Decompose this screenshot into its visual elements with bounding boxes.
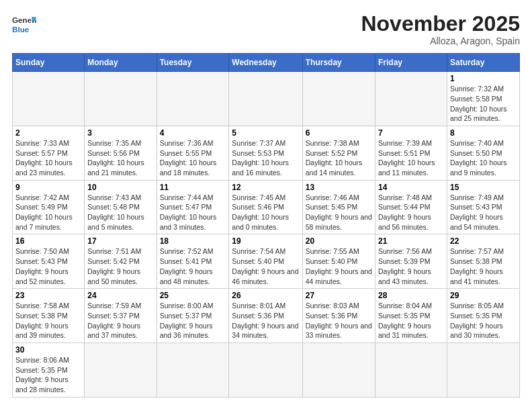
generalblue-icon: General Blue <box>12 12 36 36</box>
day-info: Sunrise: 7:50 AM Sunset: 5:43 PM Dayligh… <box>15 246 81 286</box>
calendar-cell: 30Sunrise: 8:06 AM Sunset: 5:35 PM Dayli… <box>13 342 85 397</box>
calendar-cell <box>229 72 302 126</box>
calendar-cell: 3Sunrise: 7:35 AM Sunset: 5:56 PM Daylig… <box>85 126 157 180</box>
day-number: 22 <box>450 236 517 246</box>
day-number: 15 <box>450 183 517 192</box>
day-number: 14 <box>378 183 444 192</box>
col-tuesday: Tuesday <box>157 54 229 72</box>
calendar-cell: 10Sunrise: 7:43 AM Sunset: 5:48 PM Dayli… <box>85 180 157 234</box>
day-info: Sunrise: 7:36 AM Sunset: 5:55 PM Dayligh… <box>160 138 226 178</box>
calendar-week-row: 30Sunrise: 8:06 AM Sunset: 5:35 PM Dayli… <box>13 342 520 397</box>
day-number: 20 <box>306 236 372 246</box>
day-number: 18 <box>160 236 226 246</box>
day-info: Sunrise: 7:33 AM Sunset: 5:57 PM Dayligh… <box>15 138 81 178</box>
calendar-subtitle: Alloza, Aragon, Spain <box>361 36 520 46</box>
day-number: 27 <box>306 291 372 300</box>
calendar-cell <box>375 342 447 397</box>
day-info: Sunrise: 7:51 AM Sunset: 5:42 PM Dayligh… <box>87 246 153 286</box>
day-number: 12 <box>232 183 299 192</box>
day-number: 1 <box>450 74 517 83</box>
day-number: 24 <box>87 291 153 300</box>
calendar-cell <box>157 342 229 397</box>
calendar-cell: 17Sunrise: 7:51 AM Sunset: 5:42 PM Dayli… <box>85 234 157 289</box>
day-number: 28 <box>378 291 444 300</box>
calendar-cell: 28Sunrise: 8:04 AM Sunset: 5:35 PM Dayli… <box>375 289 447 343</box>
day-number: 8 <box>450 128 517 138</box>
calendar-table: Sunday Monday Tuesday Wednesday Thursday… <box>12 53 520 398</box>
day-info: Sunrise: 8:03 AM Sunset: 5:36 PM Dayligh… <box>306 301 372 340</box>
day-info: Sunrise: 7:40 AM Sunset: 5:50 PM Dayligh… <box>450 138 517 178</box>
day-info: Sunrise: 7:37 AM Sunset: 5:53 PM Dayligh… <box>232 138 299 178</box>
col-wednesday: Wednesday <box>229 54 302 72</box>
calendar-cell <box>13 72 85 126</box>
day-info: Sunrise: 8:04 AM Sunset: 5:35 PM Dayligh… <box>378 301 444 340</box>
header: General Blue November 2025 Alloza, Arago… <box>12 12 520 46</box>
calendar-cell: 14Sunrise: 7:48 AM Sunset: 5:44 PM Dayli… <box>375 180 447 234</box>
day-number: 29 <box>450 291 517 300</box>
day-info: Sunrise: 7:39 AM Sunset: 5:51 PM Dayligh… <box>378 138 444 178</box>
calendar-week-row: 1Sunrise: 7:32 AM Sunset: 5:58 PM Daylig… <box>13 72 520 126</box>
day-info: Sunrise: 8:01 AM Sunset: 5:36 PM Dayligh… <box>232 301 299 340</box>
day-info: Sunrise: 7:49 AM Sunset: 5:43 PM Dayligh… <box>450 193 517 232</box>
day-info: Sunrise: 7:43 AM Sunset: 5:48 PM Dayligh… <box>87 193 153 232</box>
calendar-cell <box>447 342 519 397</box>
calendar-header-row: Sunday Monday Tuesday Wednesday Thursday… <box>13 54 520 72</box>
calendar-cell: 2Sunrise: 7:33 AM Sunset: 5:57 PM Daylig… <box>13 126 85 180</box>
day-info: Sunrise: 7:59 AM Sunset: 5:37 PM Dayligh… <box>87 301 153 340</box>
calendar-cell: 8Sunrise: 7:40 AM Sunset: 5:50 PM Daylig… <box>447 126 519 180</box>
logo: General Blue <box>12 12 36 36</box>
calendar-cell <box>229 342 302 397</box>
calendar-cell: 4Sunrise: 7:36 AM Sunset: 5:55 PM Daylig… <box>157 126 229 180</box>
col-saturday: Saturday <box>447 54 519 72</box>
calendar-title: November 2025 <box>361 12 520 36</box>
calendar-cell: 12Sunrise: 7:45 AM Sunset: 5:46 PM Dayli… <box>229 180 302 234</box>
day-info: Sunrise: 7:45 AM Sunset: 5:46 PM Dayligh… <box>232 193 299 232</box>
day-info: Sunrise: 7:46 AM Sunset: 5:45 PM Dayligh… <box>306 193 372 232</box>
day-number: 19 <box>232 236 299 246</box>
calendar-cell: 7Sunrise: 7:39 AM Sunset: 5:51 PM Daylig… <box>375 126 447 180</box>
day-info: Sunrise: 7:58 AM Sunset: 5:38 PM Dayligh… <box>15 301 81 340</box>
day-number: 17 <box>87 236 153 246</box>
day-number: 7 <box>378 128 444 138</box>
col-monday: Monday <box>85 54 157 72</box>
calendar-cell <box>302 72 375 126</box>
day-info: Sunrise: 7:44 AM Sunset: 5:47 PM Dayligh… <box>160 193 226 232</box>
col-thursday: Thursday <box>302 54 375 72</box>
day-number: 23 <box>15 291 81 300</box>
calendar-cell: 5Sunrise: 7:37 AM Sunset: 5:53 PM Daylig… <box>229 126 302 180</box>
calendar-cell: 13Sunrise: 7:46 AM Sunset: 5:45 PM Dayli… <box>302 180 375 234</box>
day-info: Sunrise: 8:00 AM Sunset: 5:37 PM Dayligh… <box>160 301 226 340</box>
calendar-cell <box>157 72 229 126</box>
calendar-cell: 9Sunrise: 7:42 AM Sunset: 5:49 PM Daylig… <box>13 180 85 234</box>
day-number: 10 <box>87 183 153 192</box>
calendar-week-row: 9Sunrise: 7:42 AM Sunset: 5:49 PM Daylig… <box>13 180 520 234</box>
day-info: Sunrise: 8:06 AM Sunset: 5:35 PM Dayligh… <box>15 355 81 395</box>
calendar-cell: 22Sunrise: 7:57 AM Sunset: 5:38 PM Dayli… <box>447 234 519 289</box>
calendar-cell: 6Sunrise: 7:38 AM Sunset: 5:52 PM Daylig… <box>302 126 375 180</box>
day-info: Sunrise: 7:57 AM Sunset: 5:38 PM Dayligh… <box>450 246 517 286</box>
calendar-cell: 18Sunrise: 7:52 AM Sunset: 5:41 PM Dayli… <box>157 234 229 289</box>
calendar-cell: 11Sunrise: 7:44 AM Sunset: 5:47 PM Dayli… <box>157 180 229 234</box>
calendar-cell: 19Sunrise: 7:54 AM Sunset: 5:40 PM Dayli… <box>229 234 302 289</box>
day-number: 21 <box>378 236 444 246</box>
day-number: 3 <box>87 128 153 138</box>
calendar-cell: 23Sunrise: 7:58 AM Sunset: 5:38 PM Dayli… <box>13 289 85 343</box>
title-block: November 2025 Alloza, Aragon, Spain <box>361 12 520 46</box>
calendar-cell: 24Sunrise: 7:59 AM Sunset: 5:37 PM Dayli… <box>85 289 157 343</box>
day-info: Sunrise: 7:55 AM Sunset: 5:40 PM Dayligh… <box>306 246 372 286</box>
day-info: Sunrise: 7:35 AM Sunset: 5:56 PM Dayligh… <box>87 138 153 178</box>
day-info: Sunrise: 7:42 AM Sunset: 5:49 PM Dayligh… <box>15 193 81 232</box>
day-info: Sunrise: 7:56 AM Sunset: 5:39 PM Dayligh… <box>378 246 444 286</box>
col-sunday: Sunday <box>13 54 85 72</box>
calendar-cell <box>302 342 375 397</box>
day-number: 2 <box>15 128 81 138</box>
day-number: 26 <box>232 291 299 300</box>
calendar-cell: 1Sunrise: 7:32 AM Sunset: 5:58 PM Daylig… <box>447 72 519 126</box>
day-number: 11 <box>160 183 226 192</box>
day-number: 16 <box>15 236 81 246</box>
day-number: 4 <box>160 128 226 138</box>
calendar-cell: 15Sunrise: 7:49 AM Sunset: 5:43 PM Dayli… <box>447 180 519 234</box>
day-info: Sunrise: 8:05 AM Sunset: 5:35 PM Dayligh… <box>450 301 517 340</box>
day-number: 5 <box>232 128 299 138</box>
day-number: 30 <box>15 345 81 355</box>
